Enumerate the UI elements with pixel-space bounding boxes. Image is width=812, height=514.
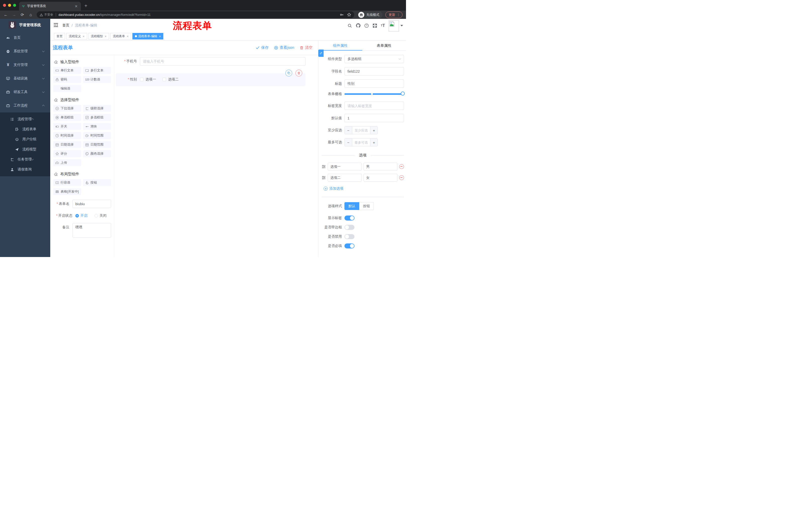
component-radio-group[interactable]: 单选框组 [53,114,81,121]
form-canvas[interactable]: *手机号 *性别 选项一 选项二 [114,55,318,257]
new-tab-button[interactable]: + [84,2,87,9]
address-bar[interactable]: 不安全 dashboard.yudao.iocoder.cn/bpm/manag… [37,11,354,18]
tag-process-form-edit[interactable]: 流程表单-编辑× [133,33,164,39]
style-button-button[interactable]: 按钮 [359,202,374,210]
sidebar-item-process-mgmt[interactable]: 流程管理 [0,114,50,124]
tag-home[interactable]: 首页 [54,33,65,39]
minimize-window-button[interactable] [8,4,11,7]
component-time-range[interactable]: 时间范围 [83,132,111,139]
component-row-container[interactable]: 行容器 [53,179,81,186]
help-icon[interactable]: ? [364,23,369,28]
radio-status-off[interactable] [94,214,98,218]
border-toggle[interactable] [344,225,354,230]
style-default-button[interactable]: 默认 [344,202,359,210]
radio-on-label[interactable]: 开启 [80,214,87,218]
component-upload[interactable]: 上传 [53,159,81,166]
grid-span-slider[interactable] [344,93,403,95]
component-multi-line-text[interactable]: 多行文本 [83,67,111,74]
option-value-input[interactable] [364,163,398,170]
github-icon[interactable] [356,23,360,28]
option-label-input[interactable] [328,163,362,170]
component-rate[interactable]: 评分 [53,150,81,157]
title-input[interactable] [344,79,404,88]
field-name-input[interactable] [344,67,404,76]
browser-update-button[interactable]: 更新 ⋮ [385,11,403,18]
tab-component-props[interactable]: 组件属性 [318,40,362,50]
copy-component-button[interactable] [285,70,292,77]
checkbox-box[interactable] [163,78,166,81]
zoom-window-button[interactable] [13,4,16,7]
component-color-picker[interactable]: 颜色选择 [83,150,111,157]
show-label-toggle[interactable] [344,216,354,220]
sidebar-item-workflow[interactable]: 工作流程 [0,99,50,112]
option-label-input[interactable] [328,174,362,182]
phone-input[interactable] [140,57,306,65]
component-counter[interactable]: 123计数器 [83,76,111,83]
tag-process-form[interactable]: 流程表单× [110,33,131,39]
save-button[interactable]: 保存 [256,45,268,50]
component-date-range[interactable]: 日期范围 [83,141,111,148]
app-logo-row[interactable]: 芋道管理系统 [0,19,50,31]
component-switch[interactable]: 开关 [53,123,81,130]
sidebar-item-infra[interactable]: 基础设施 [0,72,50,85]
back-button[interactable]: ← [3,12,8,17]
home-button[interactable]: ⌂ [28,12,33,17]
remove-option-button[interactable] [399,164,404,169]
component-single-line-text[interactable]: 单行文本 [53,67,81,74]
drag-handle-icon[interactable] [322,164,326,169]
checkbox-box[interactable] [140,78,143,81]
forward-button[interactable]: → [11,12,17,17]
view-json-button[interactable]: 查看json [274,45,294,50]
search-icon[interactable] [347,23,352,28]
sidebar-item-pay[interactable]: ¥ 支付管理 [0,58,50,72]
avatar-caret-icon[interactable] [401,25,403,26]
tag-close-icon[interactable]: × [159,34,161,38]
sidebar-item-process-model[interactable]: 流程模型 [0,144,50,154]
browser-menu-icon[interactable]: ⋮ [397,13,400,17]
component-editor[interactable]: 编辑器 [53,85,81,92]
max-select-input[interactable] [352,139,370,146]
breadcrumb-home-link[interactable]: 首页 [62,23,69,28]
tab-close-icon[interactable]: ✕ [74,4,78,8]
component-select[interactable]: 下拉选择 [53,105,81,112]
tab-form-props[interactable]: 表单属性 [362,40,406,50]
radio-off-label[interactable]: 关闭 [99,214,107,218]
clear-button[interactable]: 清空 [300,45,313,50]
min-select-input[interactable] [352,127,370,134]
disabled-toggle[interactable] [344,234,354,239]
stepper-decrease-button[interactable]: − [345,127,352,134]
stepper-increase-button[interactable]: + [370,127,378,134]
add-option-button[interactable]: 添加选项 [324,186,404,191]
component-slider[interactable]: 滑块 [83,123,111,130]
option-value-input[interactable] [364,174,398,182]
slider-handle[interactable] [401,91,405,96]
component-password[interactable]: 密码 [53,76,81,83]
data-binding-link-tab[interactable] [318,50,324,57]
component-button[interactable]: 按钮 [83,179,111,186]
form-remark-textarea[interactable]: 嘿嘿 [72,223,111,238]
component-table-dev[interactable]: 表格[开发中] [53,188,81,195]
reload-button[interactable]: ⟳ [20,12,25,17]
fullscreen-icon[interactable] [373,23,377,28]
component-checkbox-group[interactable]: 多选框组 [83,114,111,121]
avatar[interactable] [389,20,399,31]
sidebar-item-devtools[interactable]: 研发工具 [0,85,50,99]
password-key-icon[interactable] [340,12,344,17]
sidebar-item-process-form[interactable]: 流程表单 [0,124,50,134]
label-width-input[interactable] [344,102,404,110]
sidebar-item-home[interactable]: 首页 [0,31,50,45]
tag-process-model[interactable]: 流程模型× [88,33,109,39]
checkbox-option-1[interactable]: 选项一 [140,77,156,82]
remove-option-button[interactable] [399,175,404,180]
tag-close-icon[interactable]: × [105,34,107,38]
delete-component-button[interactable] [295,70,302,77]
sidebar-item-user-group[interactable]: 用户分组 [0,134,50,144]
sidebar-item-system[interactable]: 系统管理 [0,45,50,58]
tag-close-icon[interactable]: × [83,34,85,38]
sidebar-item-task-mgmt[interactable]: 任务管理 [0,154,50,164]
form-name-input[interactable] [72,200,111,208]
component-time-picker[interactable]: 时间选择 [53,132,81,139]
tag-process-definition[interactable]: 流程定义× [66,33,87,39]
tag-close-icon[interactable]: × [127,34,128,38]
browser-tab[interactable]: 芋道管理系统 ✕ [19,2,81,10]
